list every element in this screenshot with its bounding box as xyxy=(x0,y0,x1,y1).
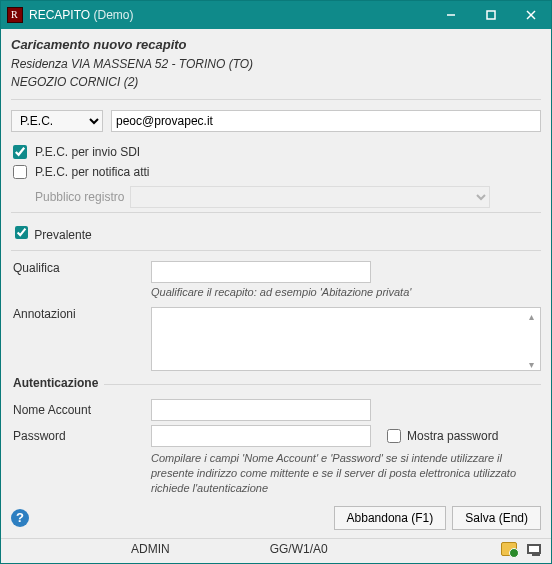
account-label: Nome Account xyxy=(11,403,151,417)
help-icon[interactable]: ? xyxy=(11,509,29,527)
show-password-wrap: Mostra password xyxy=(387,429,498,443)
qualifica-label: Qualifica xyxy=(11,261,151,275)
window-title-demo: (Demo) xyxy=(93,8,133,22)
qualifica-input[interactable] xyxy=(151,261,371,283)
pec-sdi-checkbox[interactable] xyxy=(13,145,27,159)
content: Caricamento nuovo recapito Residenza VIA… xyxy=(1,29,551,534)
auth-legend: Autenticazione xyxy=(11,376,104,390)
window-title-main: RECAPITO xyxy=(29,8,90,22)
separator xyxy=(11,99,541,100)
pec-sdi-label: P.E.C. per invio SDI xyxy=(35,145,140,159)
qualifica-row: Qualifica Qualificare il recapito: ad es… xyxy=(11,261,541,300)
qualifica-hint: Qualificare il recapito: ad esempio 'Abi… xyxy=(151,285,541,300)
header-title: Caricamento nuovo recapito xyxy=(11,35,541,55)
password-input[interactable] xyxy=(151,425,371,447)
prevalente-label: Prevalente xyxy=(34,228,91,242)
registro-row: Pubblico registro xyxy=(35,186,541,208)
header-block: Caricamento nuovo recapito Residenza VIA… xyxy=(11,35,541,91)
window: RECAPITO (Demo) Caricamento nuovo recapi… xyxy=(0,0,552,564)
svg-rect-1 xyxy=(487,11,495,19)
status-icons xyxy=(501,542,541,556)
registro-label: Pubblico registro xyxy=(35,190,124,204)
header-shop: NEGOZIO CORNICI (2) xyxy=(11,73,541,91)
password-row: Password Mostra password xyxy=(11,425,541,447)
save-button[interactable]: Salva (End) xyxy=(452,506,541,530)
pec-atti-checkbox[interactable] xyxy=(13,165,27,179)
app-icon xyxy=(7,7,23,23)
account-row: Nome Account xyxy=(11,399,541,421)
titlebar: RECAPITO (Demo) xyxy=(1,1,551,29)
annotazioni-row: Annotazioni ▴ ▾ xyxy=(11,307,541,374)
pec-atti-row: P.E.C. per notifica atti xyxy=(11,162,541,182)
pec-sdi-row: P.E.C. per invio SDI xyxy=(11,142,541,162)
maximize-button[interactable] xyxy=(471,1,511,29)
statusbar: ADMIN GG/W1/A0 xyxy=(1,538,551,560)
show-password-label: Mostra password xyxy=(407,429,498,443)
separator-3 xyxy=(11,250,541,251)
minimize-button[interactable] xyxy=(431,1,471,29)
pec-atti-label: P.E.C. per notifica atti xyxy=(35,165,150,179)
auth-hint: Compilare i campi 'Nome Account' e 'Pass… xyxy=(151,451,541,496)
footer-row: ? Abbandona (F1) Salva (End) xyxy=(11,506,541,534)
auth-fieldset: Autenticazione Nome Account Password Mos… xyxy=(11,384,541,496)
header-address: Residenza VIA MASSENA 52 - TORINO (TO) xyxy=(11,55,541,73)
annotazioni-label: Annotazioni xyxy=(11,307,151,321)
recapito-address-input[interactable] xyxy=(111,110,541,132)
window-title: RECAPITO (Demo) xyxy=(29,8,133,22)
type-row: P.E.C. xyxy=(11,110,541,132)
scroll-up-icon[interactable]: ▴ xyxy=(525,311,537,322)
prevalente-row: Prevalente xyxy=(11,223,541,242)
recapito-type-select[interactable]: P.E.C. xyxy=(11,110,103,132)
pec-checkboxes: P.E.C. per invio SDI P.E.C. per notifica… xyxy=(11,142,541,208)
registro-select xyxy=(130,186,490,208)
scroll-down-icon[interactable]: ▾ xyxy=(525,359,537,370)
separator-2 xyxy=(11,212,541,213)
show-password-checkbox[interactable] xyxy=(387,429,401,443)
abandon-button[interactable]: Abbandona (F1) xyxy=(334,506,447,530)
annotazioni-textarea[interactable] xyxy=(151,307,541,371)
status-user: ADMIN xyxy=(131,542,170,556)
account-input[interactable] xyxy=(151,399,371,421)
password-label: Password xyxy=(11,429,151,443)
close-button[interactable] xyxy=(511,1,551,29)
prevalente-checkbox[interactable] xyxy=(15,226,28,239)
status-code: GG/W1/A0 xyxy=(270,542,328,556)
screen-icon[interactable] xyxy=(527,544,541,554)
folder-icon[interactable] xyxy=(501,542,517,556)
